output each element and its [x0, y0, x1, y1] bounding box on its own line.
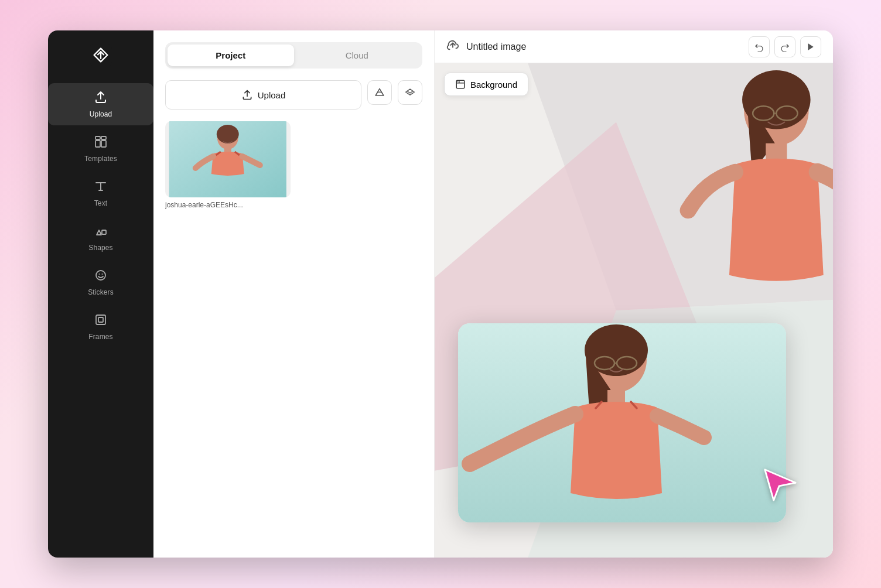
upload-row: Upload	[165, 80, 422, 110]
svg-rect-11	[98, 317, 103, 322]
media-filename: joshua-earle-aGEEsHc...	[165, 201, 291, 209]
svg-marker-17	[808, 43, 813, 50]
templates-icon	[94, 135, 108, 151]
sidebar-item-templates-label: Templates	[84, 155, 117, 163]
app-logo[interactable]	[88, 42, 114, 68]
background-button-label: Background	[470, 80, 517, 90]
canvas-workspace[interactable]: Background	[435, 63, 833, 558]
upload-icon	[94, 90, 108, 107]
sidebar-item-templates[interactable]: Templates	[48, 128, 153, 170]
media-thumbnail	[165, 121, 291, 197]
tab-project[interactable]: Project	[168, 45, 294, 66]
media-grid: joshua-earle-aGEEsHc...	[165, 121, 422, 209]
shapes-icon	[94, 224, 108, 240]
sidebar-item-frames[interactable]: Frames	[48, 306, 153, 348]
sidebar-item-shapes[interactable]: Shapes	[48, 217, 153, 259]
main-area: Untitled image	[435, 30, 833, 558]
text-icon	[94, 179, 108, 196]
redo-button[interactable]	[774, 36, 795, 57]
sidebar-item-text-label: Text	[94, 199, 108, 207]
frames-icon	[94, 313, 108, 329]
svg-rect-5	[101, 141, 106, 147]
sidebar-item-frames-label: Frames	[88, 333, 112, 341]
cursor-arrow	[763, 467, 798, 505]
svg-point-7	[96, 271, 105, 280]
svg-point-8	[99, 274, 100, 275]
media-item[interactable]: joshua-earle-aGEEsHc...	[165, 121, 291, 209]
canvas-topbar: Untitled image	[435, 30, 833, 63]
foreground-card[interactable]	[458, 323, 786, 522]
svg-marker-38	[765, 470, 796, 501]
cloud-upload-icon	[446, 39, 459, 54]
google-drive-button[interactable]	[367, 80, 392, 105]
sidebar-item-stickers-label: Stickers	[88, 288, 114, 296]
svg-rect-2	[95, 136, 100, 139]
canvas-title: Untitled image	[466, 42, 742, 52]
svg-rect-6	[102, 230, 106, 234]
stickers-icon	[94, 268, 108, 285]
svg-rect-3	[101, 136, 106, 139]
sidebar-item-upload[interactable]: Upload	[48, 83, 153, 125]
upload-button-label: Upload	[258, 90, 286, 100]
export-button[interactable]	[800, 36, 821, 57]
sidebar-item-shapes-label: Shapes	[88, 244, 112, 252]
sidebar-item-stickers[interactable]: Stickers	[48, 261, 153, 303]
svg-point-15	[217, 125, 239, 143]
undo-button[interactable]	[749, 36, 770, 57]
left-panel: Project Cloud Upload	[153, 30, 435, 558]
svg-rect-10	[96, 315, 105, 324]
svg-point-9	[102, 274, 103, 275]
background-button[interactable]: Background	[444, 73, 528, 96]
tab-cloud[interactable]: Cloud	[294, 45, 421, 66]
sidebar-item-text[interactable]: Text	[48, 172, 153, 214]
tab-container: Project Cloud	[165, 42, 422, 69]
sidebar-item-upload-label: Upload	[90, 110, 112, 118]
upload-button[interactable]: Upload	[165, 80, 361, 110]
dropbox-button[interactable]	[398, 80, 422, 105]
sidebar: Upload Templates Text	[48, 30, 153, 558]
app-container: Upload Templates Text	[48, 30, 833, 558]
svg-rect-4	[95, 141, 100, 147]
